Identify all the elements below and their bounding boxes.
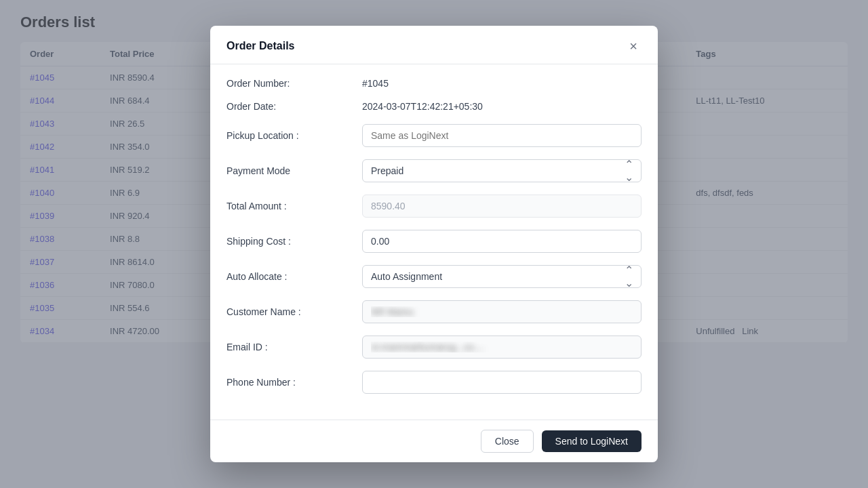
pickup-location-label: Pickup Location : — [226, 130, 362, 141]
auto-allocate-select[interactable]: Auto Assignment Manual — [362, 265, 642, 288]
pickup-location-input[interactable] — [362, 124, 642, 147]
total-amount-row: Total Amount : — [226, 195, 642, 218]
email-id-label: Email ID : — [226, 342, 362, 352]
modal-header: Order Details × — [210, 26, 658, 64]
email-id-input[interactable] — [362, 336, 642, 359]
shipping-cost-label: Shipping Cost : — [226, 236, 362, 247]
close-button[interactable]: Close — [481, 430, 534, 453]
shipping-cost-row: Shipping Cost : — [226, 230, 642, 253]
pickup-location-row: Pickup Location : — [226, 124, 642, 147]
phone-number-row: Phone Number : — [226, 371, 642, 394]
shipping-cost-input[interactable] — [362, 230, 642, 253]
customer-name-row: Customer Name : — [226, 300, 642, 323]
total-amount-input — [362, 195, 642, 218]
phone-number-label: Phone Number : — [226, 377, 362, 388]
modal-title: Order Details — [226, 40, 294, 52]
modal-close-icon-button[interactable]: × — [625, 38, 642, 54]
modal-overlay: Order Details × Order Number: #1045 Orde… — [0, 0, 868, 488]
customer-name-input[interactable] — [362, 300, 642, 323]
order-details-modal: Order Details × Order Number: #1045 Orde… — [210, 26, 658, 462]
customer-name-label: Customer Name : — [226, 306, 362, 317]
modal-body: Order Number: #1045 Order Date: 2024-03-… — [210, 64, 658, 420]
auto-allocate-row: Auto Allocate : Auto Assignment Manual ⌃… — [226, 265, 642, 288]
auto-allocate-select-wrapper: Auto Assignment Manual ⌃⌄ — [362, 265, 642, 288]
phone-number-input[interactable] — [362, 371, 642, 394]
auto-allocate-label: Auto Allocate : — [226, 271, 362, 282]
order-number-value: #1045 — [362, 78, 389, 89]
total-amount-label: Total Amount : — [226, 201, 362, 211]
order-number-label: Order Number: — [226, 78, 362, 89]
payment-mode-row: Payment Mode Prepaid Postpaid Cash on De… — [226, 159, 642, 182]
order-date-row: Order Date: 2024-03-07T12:42:21+05:30 — [226, 101, 642, 112]
payment-mode-select[interactable]: Prepaid Postpaid Cash on Delivery — [362, 159, 642, 182]
order-number-row: Order Number: #1045 — [226, 78, 642, 89]
payment-mode-label: Payment Mode — [226, 165, 362, 176]
modal-footer: Close Send to LogiNext — [210, 420, 658, 462]
order-date-value: 2024-03-07T12:42:21+05:30 — [362, 101, 483, 112]
payment-mode-select-wrapper: Prepaid Postpaid Cash on Delivery ⌃⌄ — [362, 159, 642, 182]
order-date-label: Order Date: — [226, 101, 362, 112]
email-id-row: Email ID : — [226, 336, 642, 359]
send-to-loginext-button[interactable]: Send to LogiNext — [542, 430, 642, 452]
